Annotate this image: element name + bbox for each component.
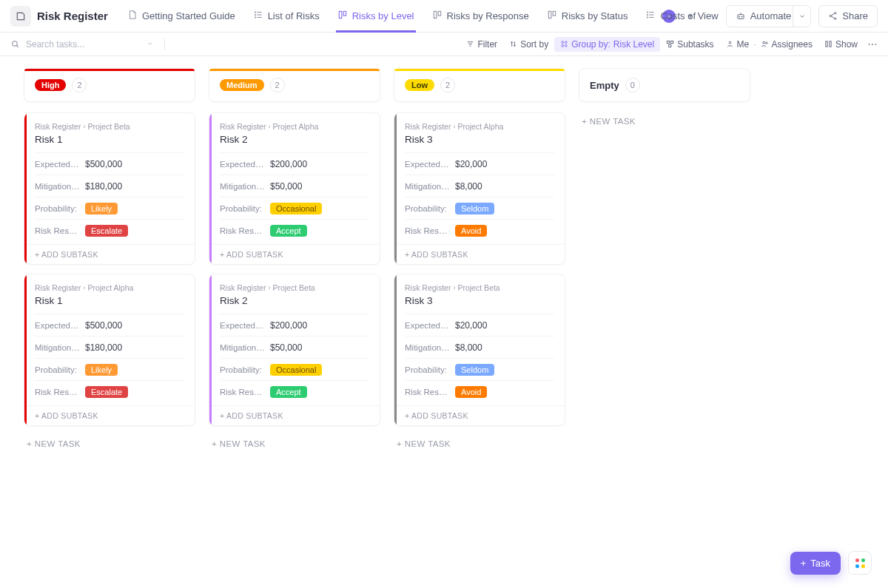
svg-rect-37 [671,41,673,43]
more-menu-button[interactable]: ··· [868,39,878,50]
breadcrumb-segment[interactable]: Risk Register [220,122,266,131]
new-task-button[interactable]: + NEW TASK [209,435,380,453]
task-card[interactable]: Risk Register›Project Beta Risk 1 Expect… [24,112,195,265]
breadcrumb-segment[interactable]: Project Alpha [457,122,503,131]
column-low: Low 2 Risk Register›Project Alpha Risk 3… [394,68,565,453]
add-subtask-button[interactable]: + ADD SUBTASK [209,405,380,425]
svg-line-28 [16,45,18,47]
column-level-pill: High [35,79,66,91]
new-task-button[interactable]: + NEW TASK [24,435,195,453]
probability-tag: Likely [85,203,118,214]
breadcrumb-segment[interactable]: Risk Register [35,122,81,131]
subtasks-button[interactable]: Subtasks [660,37,719,52]
add-subtask-button[interactable]: + ADD SUBTASK [394,244,565,264]
svg-rect-6 [339,11,342,18]
tab-risks-by-status[interactable]: Risks by Status [538,0,637,32]
tab-getting-started-guide[interactable]: Getting Started Guide [118,0,244,32]
column-header[interactable]: Low 2 [394,68,565,102]
column-header[interactable]: High 2 [24,68,195,102]
breadcrumb-segment[interactable]: Project Beta [272,283,314,292]
field-label-probability: Probability: [405,365,451,374]
fab-container: + Task [790,551,872,575]
share-button[interactable]: Share [818,5,878,27]
svg-point-19 [739,16,739,17]
chevron-down-icon[interactable] [147,39,154,50]
column-header[interactable]: Medium 2 [209,68,380,102]
task-card[interactable]: Risk Register›Project Beta Risk 3 Expect… [394,274,565,426]
filter-icon [466,40,474,48]
apps-fab[interactable] [848,551,872,575]
field-value-mitigation: $8,000 [455,181,482,192]
new-task-fab[interactable]: + Task [790,552,841,575]
filter-label: Filter [477,39,497,50]
me-button[interactable]: Me [720,37,756,52]
svg-point-5 [255,17,255,18]
group-icon [560,40,568,48]
tab-risks-by-response[interactable]: Risks by Response [423,0,538,32]
add-view-button[interactable]: + View [680,0,726,32]
new-task-button[interactable]: + NEW TASK [579,112,750,130]
response-tag: Accept [270,225,307,237]
list-icon [253,10,263,22]
add-subtask-button[interactable]: + ADD SUBTASK [24,244,195,264]
breadcrumb-segment[interactable]: Risk Register [35,283,81,292]
svg-point-22 [835,13,836,14]
share-icon [828,11,838,21]
tab-list-of-risks[interactable]: List of Risks [244,0,329,32]
svg-point-20 [741,16,742,17]
svg-point-15 [648,12,648,13]
field-value-expected-cost: $20,000 [455,320,487,331]
page-icon[interactable] [10,6,31,27]
tab-risks-by-level[interactable]: Risks by Level [329,0,423,32]
chevron-right-icon: › [453,284,455,291]
breadcrumb-segment[interactable]: Project Alpha [87,283,133,292]
task-card[interactable]: Risk Register›Project Alpha Risk 3 Expec… [394,112,565,265]
show-button[interactable]: Show [818,37,864,52]
breadcrumb: Risk Register›Project Beta [220,283,369,292]
field-label-response: Risk Response: [220,388,266,396]
task-card[interactable]: Risk Register›Project Alpha Risk 2 Expec… [209,112,380,265]
field-label-response: Risk Response: [35,226,81,235]
breadcrumb-segment[interactable]: Project Alpha [272,122,318,131]
automate-label: Automate [750,10,792,21]
task-card[interactable]: Risk Register›Project Beta Risk 2 Expect… [209,274,380,426]
new-task-button[interactable]: + NEW TASK [394,435,565,453]
field-value-expected-cost: $200,000 [270,320,307,331]
subtasks-label: Subtasks [677,39,713,50]
breadcrumb-segment[interactable]: Risk Register [220,283,266,292]
share-label: Share [842,10,868,21]
filter-button[interactable]: Filter [460,37,503,52]
sort-label: Sort by [520,39,548,50]
apps-grid-icon [855,558,865,568]
group-by-button[interactable]: Group by: Risk Level [554,37,660,52]
field-label-response: Risk Response: [35,388,81,396]
svg-rect-8 [434,11,437,18]
field-label-expected-cost: Expected Cost if Risk Occurs [405,321,451,330]
board-icon [337,10,348,22]
column-header[interactable]: Empty 0 [579,68,750,102]
automate-button[interactable]: Automate [726,5,812,27]
response-tag: Avoid [455,386,487,398]
field-value-mitigation: $8,000 [455,342,482,353]
probability-tag: Occasional [270,364,322,376]
breadcrumb-segment[interactable]: Risk Register [405,283,451,292]
task-card[interactable]: Risk Register›Project Alpha Risk 1 Expec… [24,274,195,426]
svg-rect-18 [738,14,744,18]
column-empty: Empty 0 + NEW TASK [579,68,750,130]
view-tabs: Getting Started GuideList of RisksRisks … [118,0,665,32]
add-subtask-button[interactable]: + ADD SUBTASK [209,244,380,264]
sort-button[interactable]: Sort by [503,37,554,52]
assignees-button[interactable]: Assignees [755,37,818,52]
task-title: Risk 1 [35,295,184,306]
search-input[interactable] [26,39,158,50]
chevron-down-icon[interactable] [793,6,810,27]
breadcrumb-segment[interactable]: Project Beta [87,122,130,131]
tab-label: Risks by Status [562,10,628,21]
breadcrumb-segment[interactable]: Project Beta [457,283,500,292]
chevron-right-icon: › [83,284,85,291]
add-subtask-button[interactable]: + ADD SUBTASK [394,405,565,425]
svg-point-17 [648,17,648,18]
breadcrumb-segment[interactable]: Risk Register [405,122,451,131]
add-subtask-button[interactable]: + ADD SUBTASK [24,405,195,425]
column-cards: Risk Register›Project Alpha Risk 3 Expec… [394,112,565,453]
